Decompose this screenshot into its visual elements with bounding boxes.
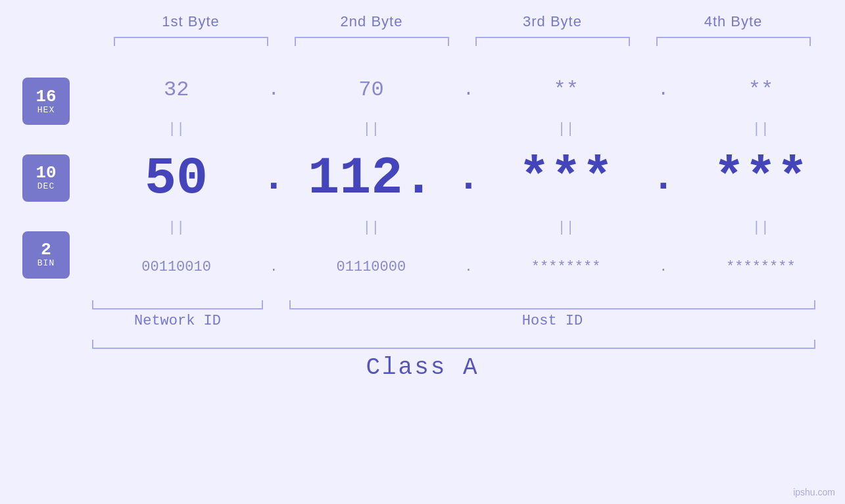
bottom-area: Network ID Host ID Class A	[0, 296, 845, 381]
eq2-b3: ||	[482, 219, 650, 236]
hex-dot2: .	[456, 80, 482, 100]
hex-b3: **	[482, 78, 650, 102]
bracket-b2	[281, 37, 462, 50]
main-container: 1st Byte 2nd Byte 3rd Byte 4th Byte 16 H…	[0, 0, 845, 504]
bin-dot1: .	[260, 260, 287, 275]
bracket-b1	[101, 37, 281, 50]
dec-b1: 50	[92, 149, 260, 208]
eq1-b2: ||	[287, 121, 455, 137]
dec-row: 50 . 112. . *** . ***	[92, 142, 845, 214]
bin-b4: ********	[677, 259, 845, 275]
dec-dot3: .	[650, 156, 677, 200]
bin-dot3: .	[650, 260, 677, 275]
byte3-header: 3rd Byte	[462, 13, 643, 30]
eq1-b3: ||	[482, 121, 650, 137]
bin-b1: 00110010	[92, 259, 260, 275]
hex-dot3: .	[650, 80, 677, 100]
byte-headers: 1st Byte 2nd Byte 3rd Byte 4th Byte	[101, 13, 824, 30]
eq2-b4: ||	[677, 219, 845, 236]
hex-badge-label: HEX	[37, 105, 55, 115]
bin-b2: 01110000	[287, 259, 455, 275]
labels-row: Network ID Host ID	[92, 313, 815, 329]
hex-b4: **	[677, 78, 845, 102]
bracket-b4	[643, 37, 824, 50]
class-label: Class A	[366, 354, 479, 381]
top-brackets	[101, 37, 824, 50]
network-bracket	[92, 296, 263, 309]
bin-row: 00110010 . 01110000 . ******** .	[92, 241, 845, 293]
hex-badge: 16 HEX	[22, 78, 70, 125]
eq1-b1: ||	[92, 121, 260, 137]
content-area: 16 HEX 10 DEC 2 BIN 32 .	[0, 63, 845, 293]
bin-badge: 2 BIN	[22, 231, 70, 279]
dec-dot1: .	[260, 156, 287, 200]
eq2-b2: ||	[287, 219, 455, 236]
class-bracket	[92, 336, 815, 349]
network-id-label: Network ID	[92, 313, 263, 329]
eq1-b4: ||	[677, 121, 845, 137]
dec-b2: 112.	[287, 149, 455, 208]
hex-b1: 32	[92, 78, 260, 102]
byte2-header: 2nd Byte	[281, 13, 462, 30]
class-label-row: Class A	[0, 354, 845, 381]
bin-badge-label: BIN	[37, 258, 55, 268]
dec-badge-label: DEC	[37, 181, 55, 191]
dec-b4: ***	[677, 149, 845, 208]
watermark: ipshu.com	[793, 487, 835, 497]
bin-badge-number: 2	[41, 241, 51, 258]
dec-dot2: .	[456, 156, 482, 200]
hex-b2: 70	[287, 78, 455, 102]
dec-badge: 10 DEC	[22, 154, 70, 202]
hex-badge-number: 16	[36, 88, 56, 105]
bin-dot2: .	[456, 260, 482, 275]
eq2-b1: ||	[92, 219, 260, 236]
dec-badge-number: 10	[36, 164, 56, 181]
bracket-b3	[462, 37, 643, 50]
dec-b3: ***	[482, 149, 650, 208]
badges-column: 16 HEX 10 DEC 2 BIN	[0, 63, 92, 293]
host-bracket	[289, 296, 815, 309]
bin-b3: ********	[482, 259, 650, 275]
byte4-header: 4th Byte	[643, 13, 824, 30]
host-id-label: Host ID	[289, 313, 815, 329]
byte1-header: 1st Byte	[101, 13, 281, 30]
hex-dot1: .	[260, 80, 287, 100]
hex-row: 32 . 70 . ** . **	[92, 63, 845, 116]
eq-row-1: || || || ||	[92, 116, 845, 142]
eq-row-2: || || || ||	[92, 214, 845, 241]
values-area: 32 . 70 . ** . **	[92, 63, 845, 293]
bottom-brackets	[92, 296, 815, 309]
